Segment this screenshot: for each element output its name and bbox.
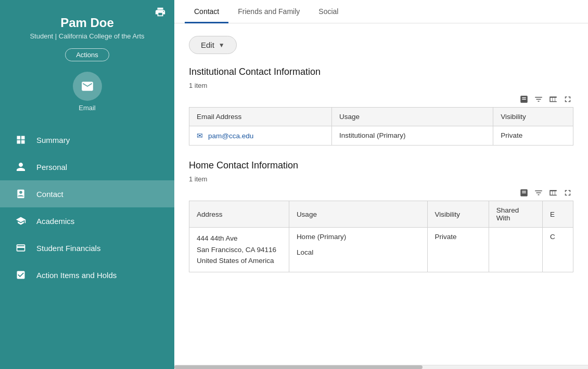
main-content: Contact Friends and Family Social Edit ▼… [174,0,588,369]
address-cell: 444 44th Ave San Francisco, CA 94116 Uni… [189,228,289,272]
address-line1: 444 44th Ave [197,234,238,242]
sidebar-item-summary[interactable]: Summary [0,126,174,153]
home-visibility-cell: Private [427,228,489,272]
tab-social[interactable]: Social [309,0,348,23]
columns-icon[interactable] [547,94,559,105]
home-expand-icon[interactable] [562,187,573,199]
email-address-cell: ✉ pam@cca.edu [189,126,332,146]
home-filter-icon[interactable] [533,187,544,199]
actions-button[interactable]: Actions [65,48,109,61]
usage-cell: Institutional (Primary) [332,126,493,146]
summary-icon [15,134,27,146]
print-icon[interactable] [155,6,166,20]
col-shared-with: SharedWith [489,201,542,228]
export-icon[interactable] [518,94,530,105]
institutional-item-count: 1 item [189,82,573,89]
personal-icon [15,161,27,173]
address-line3: United States of America [197,257,274,265]
address-line2: San Francisco, CA 94116 [197,246,276,254]
institutional-table-toolbar [189,94,573,105]
email-avatar [73,72,102,101]
student-subtitle: Student | California College of the Arts [30,32,144,40]
email-label: Email [79,104,96,112]
contact-icon [15,188,27,200]
action-items-icon [15,269,27,281]
col-home-visibility: Visibility [427,201,489,228]
col-address: Address [189,201,289,228]
table-row: 444 44th Ave San Francisco, CA 94116 Uni… [189,228,573,272]
email-link[interactable]: pam@cca.edu [208,132,253,140]
student-name: Pam Doe [60,16,114,30]
visibility-cell: Private [493,126,573,146]
sidebar: Pam Doe Student | California College of … [0,0,174,369]
sidebar-nav: Summary Personal Contact Academics [0,126,174,288]
edit-button[interactable]: Edit ▼ [189,36,237,54]
home-table-toolbar [189,187,573,199]
sidebar-label-summary: Summary [36,136,70,144]
home-usage-cell: Home (Primary) Local [289,228,427,272]
col-email-address: Email Address [189,108,332,126]
filter-icon[interactable] [533,94,544,105]
edit-label: Edit [201,41,214,49]
home-item-count: 1 item [189,175,573,183]
table-row: ✉ pam@cca.edu Institutional (Primary) Pr… [189,126,573,146]
sidebar-item-contact[interactable]: Contact [0,180,174,207]
financials-icon [15,242,27,254]
horizontal-scrollbar[interactable] [174,365,588,369]
sidebar-item-action-items[interactable]: Action Items and Holds [0,261,174,288]
institutional-table: Email Address Usage Visibility ✉ pam@cca… [189,107,573,146]
tab-friends-family[interactable]: Friends and Family [228,0,309,23]
expand-icon[interactable] [562,94,573,105]
home-columns-icon[interactable] [547,187,559,199]
academics-icon [15,215,27,227]
col-visibility: Visibility [493,108,573,126]
home-table: Address Usage Visibility SharedWith E 44… [189,201,573,272]
col-extra: E [542,201,573,228]
sidebar-label-contact: Contact [36,190,63,199]
content-area: Edit ▼ Institutional Contact Information… [174,23,588,365]
home-section-title: Home Contact Information [189,160,573,171]
col-usage: Usage [332,108,493,126]
usage-line2: Local [297,248,420,256]
scrollbar-thumb [174,365,423,369]
institutional-section-title: Institutional Contact Information [189,67,573,77]
sidebar-label-action-items: Action Items and Holds [36,271,117,280]
col-home-usage: Usage [289,201,427,228]
tabs-bar: Contact Friends and Family Social [174,0,588,23]
extra-cell: C [542,228,573,272]
sidebar-label-academics: Academics [36,217,74,226]
sidebar-item-academics[interactable]: Academics [0,207,174,234]
sidebar-item-personal[interactable]: Personal [0,153,174,180]
email-row-icon: ✉ [197,131,203,140]
home-export-icon[interactable] [518,187,530,199]
shared-with-cell [489,228,542,272]
tab-contact[interactable]: Contact [185,0,228,23]
sidebar-label-personal: Personal [36,163,67,172]
edit-dropdown-arrow: ▼ [219,42,225,49]
sidebar-item-financials[interactable]: Student Financials [0,234,174,261]
usage-line1: Home (Primary) [297,233,420,241]
sidebar-label-financials: Student Financials [36,244,100,253]
